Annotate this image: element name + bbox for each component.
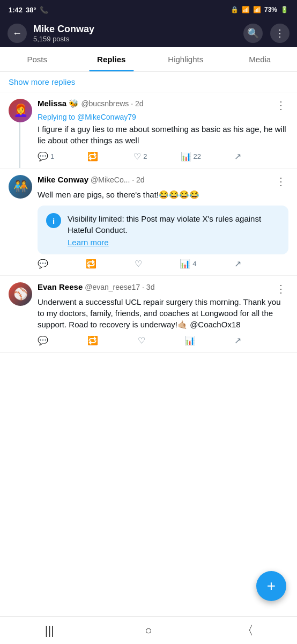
views-count-mike: 4 (192, 260, 196, 268)
retweet-icon-evan: 🔁 (87, 335, 98, 346)
views-icon-mike: 📊 (180, 259, 190, 269)
wifi-icon: 📶 (242, 6, 250, 13)
tweet-mikeconway: 🧑‍🤝‍🧑 Mike Conway @MikeCo... · 2d ⋮ Well… (0, 169, 297, 276)
tweet-meta-mike: Mike Conway @MikeCo... · 2d (38, 175, 145, 184)
learn-more-link[interactable]: Learn more (68, 238, 280, 247)
more-button[interactable]: ⋮ (270, 24, 289, 43)
like-count-melissa: 2 (143, 152, 147, 160)
info-icon: i (46, 213, 61, 228)
more-icon: ⋮ (275, 27, 285, 39)
search-icon: 🔍 (247, 27, 259, 39)
tweet-meta-evan: Evan Reese @evan_reese17 · 3d (38, 282, 154, 291)
reply-icon: 💬 (38, 151, 48, 162)
tweet-actions-evan: 💬 🔁 ♡ 📊 ↗ (38, 335, 241, 346)
lock-icon: 🔒 (231, 6, 239, 13)
views-icon-evan: 📊 (184, 335, 195, 346)
retweet-action-melissa[interactable]: 🔁 (87, 151, 100, 162)
views-count-melissa: 22 (194, 152, 201, 160)
views-icon: 📊 (181, 151, 191, 162)
phone-icon: 📞 (40, 6, 48, 14)
reply-action-mike[interactable]: 💬 (38, 259, 48, 269)
tweet-body-melissa: Melissa 🐝 @bucsnbrews · 2d ⋮ Replying to… (38, 99, 288, 162)
like-icon: ♡ (133, 151, 141, 162)
visibility-text: Visibility limited: this Post may violat… (68, 214, 261, 235)
status-right: 🔒 📶 📶 73% 🔋 (231, 6, 288, 13)
tabs: Posts Replies Highlights Media (0, 47, 297, 72)
tweet-more-mike[interactable]: ⋮ (273, 175, 288, 188)
reply-action-melissa[interactable]: 💬 1 (38, 151, 54, 162)
bottom-nav: ||| ○ 〈 (0, 616, 297, 644)
tweet-meta-melissa: Melissa 🐝 @bucsnbrews · 2d (38, 99, 144, 108)
retweet-action-mike[interactable]: 🔁 (86, 259, 96, 269)
tweet-name-mike: Mike Conway (38, 175, 88, 184)
profile-name: Mike Conway (33, 24, 237, 35)
signal-icon: 📶 (253, 6, 261, 13)
back-nav-icon: 〈 (242, 623, 254, 639)
share-action-evan[interactable]: ↗ (234, 335, 241, 346)
like-action-evan[interactable]: ♡ (138, 335, 145, 346)
retweet-icon-mike: 🔁 (86, 259, 96, 269)
retweet-action-evan[interactable]: 🔁 (87, 335, 98, 346)
views-action-evan[interactable]: 📊 (184, 335, 195, 346)
time: 1:42 (9, 6, 23, 14)
avatar-melissa[interactable]: 👩‍🦰 (9, 99, 32, 122)
header: ← Mike Conway 5,159 posts 🔍 ⋮ (0, 19, 297, 47)
battery-icon: 🔋 (280, 6, 288, 13)
tweet-name-evan: Evan Reese (38, 282, 83, 291)
retweet-icon: 🔁 (87, 151, 98, 162)
share-action-melissa[interactable]: ↗ (234, 151, 241, 162)
menu-icon: ||| (45, 624, 54, 638)
tab-posts[interactable]: Posts (0, 47, 75, 71)
tweet-melissa: 👩‍🦰 Melissa 🐝 @bucsnbrews · 2d ⋮ Replyin… (0, 92, 297, 169)
feed: Show more replies 👩‍🦰 Melissa 🐝 @bucsnbr… (0, 72, 297, 353)
views-action-melissa[interactable]: 📊 22 (181, 151, 201, 162)
status-left: 1:42 38° 📞 (9, 6, 48, 14)
views-action-mike[interactable]: 📊 4 (180, 259, 196, 269)
search-button[interactable]: 🔍 (243, 24, 263, 43)
share-icon-evan: ↗ (234, 335, 241, 346)
share-icon-mike: ↗ (234, 259, 241, 269)
tweet-header-mike: Mike Conway @MikeCo... · 2d ⋮ (38, 175, 288, 188)
tweet-text-mike: Well men are pigs, so there's that!😂😂😂😂 (38, 189, 288, 200)
compose-fab[interactable]: + (256, 571, 286, 601)
tab-highlights[interactable]: Highlights (148, 47, 223, 71)
tweet-more-evan[interactable]: ⋮ (273, 282, 288, 295)
tweet-handle-melissa: @bucsnbrews · 2d (81, 99, 143, 108)
avatar-mike[interactable]: 🧑‍🤝‍🧑 (9, 175, 32, 199)
tweet-more-melissa[interactable]: ⋮ (273, 99, 288, 112)
reply-icon-mike: 💬 (38, 259, 48, 269)
tweet-header-evan: Evan Reese @evan_reese17 · 3d ⋮ (38, 282, 288, 295)
back-icon: ← (12, 28, 22, 39)
header-icons: 🔍 ⋮ (243, 24, 289, 43)
status-bar: 1:42 38° 📞 🔒 📶 📶 73% 🔋 (0, 0, 297, 19)
reply-icon-evan: 💬 (38, 335, 48, 346)
tweet-handle-mike: @MikeCo... · 2d (91, 175, 145, 184)
tab-media[interactable]: Media (223, 47, 298, 71)
nav-home[interactable]: ○ (99, 624, 198, 638)
temp: 38° (26, 6, 36, 14)
show-more-replies[interactable]: Show more replies (0, 72, 297, 92)
share-action-mike[interactable]: ↗ (234, 259, 241, 269)
nav-menu[interactable]: ||| (0, 624, 99, 638)
tweet-reply-melissa[interactable]: Replying to @MikeConway79 (38, 113, 288, 121)
tweet-evan: ⚾ Evan Reese @evan_reese17 · 3d ⋮ Underw… (0, 276, 297, 353)
tweet-body-mike: Mike Conway @MikeCo... · 2d ⋮ Well men a… (38, 175, 288, 269)
like-action-mike[interactable]: ♡ (135, 259, 142, 269)
tweet-actions-melissa: 💬 1 🔁 ♡ 2 📊 22 ↗ (38, 151, 241, 162)
back-button[interactable]: ← (8, 24, 27, 43)
like-icon-evan: ♡ (138, 335, 145, 346)
tweet-actions-mike: 💬 🔁 ♡ 📊 4 ↗ (38, 259, 241, 269)
reply-count-melissa: 1 (50, 152, 54, 160)
nav-back[interactable]: 〈 (198, 623, 297, 639)
reply-action-evan[interactable]: 💬 (38, 335, 48, 346)
avatar-evan[interactable]: ⚾ (9, 282, 32, 306)
visibility-card: i Visibility limited: this Post may viol… (38, 206, 288, 254)
like-action-melissa[interactable]: ♡ 2 (133, 151, 147, 162)
compose-icon: + (267, 577, 276, 595)
share-icon: ↗ (234, 151, 241, 162)
thread-line (19, 122, 20, 168)
tweet-name-melissa: Melissa 🐝 (38, 99, 79, 108)
tweet-text-melissa: I figure if a guy lies to me about somet… (38, 123, 288, 146)
home-icon: ○ (145, 624, 152, 638)
tab-replies[interactable]: Replies (75, 47, 149, 71)
